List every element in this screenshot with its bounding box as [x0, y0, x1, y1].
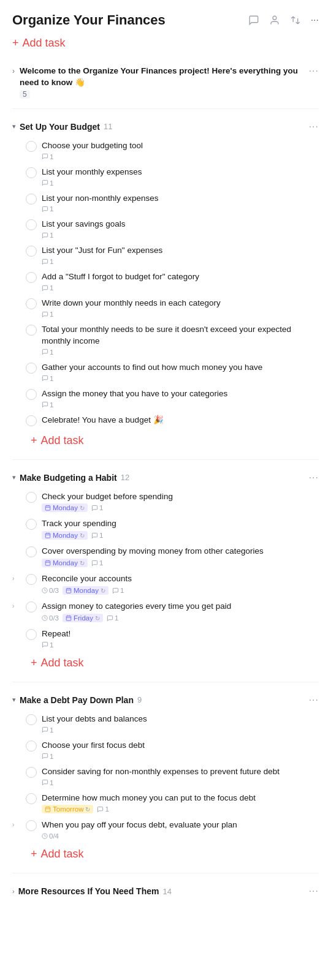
comment-icon[interactable]	[248, 15, 259, 26]
task-name: Write down your monthly needs in each ca…	[42, 298, 319, 309]
task-checkbox-t7[interactable]	[26, 298, 37, 309]
task-meta: Monday ↻ 1	[42, 531, 319, 540]
task-list-budget: Choose your budgeting tool 1 List your m…	[0, 137, 331, 454]
task-item: Track your spending Monday ↻ 1	[12, 515, 319, 543]
task-expand-t16[interactable]: ›	[12, 603, 21, 609]
welcome-more-icon[interactable]: ···	[309, 66, 319, 77]
comment-meta: 1	[42, 726, 53, 734]
task-checkbox-t21[interactable]	[26, 793, 37, 804]
welcome-chevron-icon[interactable]: ›	[12, 67, 15, 75]
due-date-tomorrow: Tomorrow ↻	[42, 805, 93, 813]
task-checkbox-t8[interactable]	[26, 325, 37, 336]
task-item: Write down your monthly needs in each ca…	[12, 295, 319, 321]
task-meta: 0/3 Monday ↻ 1	[42, 586, 319, 595]
subtask-meta: 0/3	[42, 614, 59, 622]
task-checkbox-t22[interactable]	[26, 820, 37, 831]
comment-meta: 1	[91, 532, 103, 539]
subtask-meta: 0/4	[42, 832, 59, 840]
task-body: Reconcile your accounts 0/3 Monday ↻ 1	[42, 573, 319, 595]
section-more-habit[interactable]: ···	[309, 472, 319, 483]
subtask-meta: 0/3	[42, 587, 59, 594]
more-options-icon[interactable]: ···	[311, 15, 319, 26]
task-item: List your savings goals 1	[12, 216, 319, 242]
comment-meta: 1	[42, 349, 53, 356]
due-date-friday: Friday ↻	[63, 614, 103, 622]
task-item: Choose your budgeting tool 1	[12, 137, 319, 164]
section-budgeting-habit: ▾ Make Budgeting a Habit 12 ··· Check yo…	[0, 465, 331, 677]
add-task-top-button[interactable]: + Add task	[0, 33, 331, 59]
repeat-icon: ↻	[95, 615, 100, 622]
task-body: Add a "Stuff I forgot to budget for" cat…	[42, 271, 319, 292]
task-name: List your savings goals	[42, 219, 319, 230]
task-checkbox-t17[interactable]	[26, 629, 37, 640]
comment-meta: 1	[91, 504, 103, 511]
section-debt-plan: ▾ Make a Debt Pay Down Plan 9 ··· List y…	[0, 687, 331, 868]
task-item: Consider saving for non-monthly expenses…	[12, 763, 319, 790]
section-title-debt: Make a Debt Pay Down Plan	[20, 695, 134, 705]
comment-meta: 1	[42, 284, 53, 292]
add-task-habit[interactable]: + Add task	[12, 652, 319, 677]
task-expand-t22[interactable]: ›	[12, 821, 21, 828]
add-task-debt[interactable]: + Add task	[12, 843, 319, 868]
task-meta: 1	[42, 311, 319, 318]
person-icon[interactable]	[269, 15, 280, 26]
comment-meta: 1	[42, 179, 53, 187]
task-checkbox-t19[interactable]	[26, 741, 37, 752]
svg-point-0	[273, 16, 276, 20]
task-item: Assign the money that you have to your c…	[12, 385, 319, 412]
task-checkbox-t1[interactable]	[26, 141, 37, 152]
comment-meta: 1	[107, 614, 118, 622]
add-task-budget[interactable]: + Add task	[12, 429, 319, 454]
comment-meta: 1	[97, 805, 108, 813]
task-checkbox-t4[interactable]	[26, 219, 37, 230]
task-item: List your "Just for Fun" expenses 1	[12, 242, 319, 268]
task-item: Check your budget before spending Monday…	[12, 488, 319, 516]
task-name: List your non-monthly expenses	[42, 193, 319, 205]
welcome-badge: 5	[20, 90, 30, 99]
section-count-debt: 9	[137, 695, 142, 704]
task-checkbox-t13[interactable]	[26, 519, 37, 530]
task-checkbox-t20[interactable]	[26, 767, 37, 778]
task-checkbox-t9[interactable]	[26, 363, 37, 374]
task-checkbox-t18[interactable]	[26, 714, 37, 725]
task-checkbox-t5[interactable]	[26, 246, 37, 257]
task-checkbox-t10[interactable]	[26, 389, 37, 400]
section-count-habit: 12	[121, 473, 129, 482]
section-title-wrap: ▾ Make Budgeting a Habit 12	[12, 473, 129, 483]
task-checkbox-t2[interactable]	[26, 167, 37, 178]
task-body: Consider saving for non-monthly expenses…	[42, 766, 319, 786]
section-chevron-budget[interactable]: ▾	[12, 123, 16, 130]
task-meta: 1	[42, 641, 319, 649]
section-chevron-resources[interactable]: ›	[12, 888, 15, 895]
section-title-budget: Set Up Your Budget	[20, 122, 100, 132]
task-name: Assign money to categories every time yo…	[42, 601, 319, 612]
task-meta: 1	[42, 726, 319, 734]
task-body: Determine how much money you can put to …	[42, 793, 319, 814]
section-more-budget[interactable]: ···	[309, 121, 319, 132]
task-checkbox-t12[interactable]	[26, 492, 37, 503]
task-expand-t15[interactable]: ›	[12, 575, 21, 582]
section-chevron-debt[interactable]: ▾	[12, 696, 16, 704]
task-checkbox-t16[interactable]	[26, 601, 37, 612]
task-checkbox-t15[interactable]	[26, 574, 37, 585]
task-meta: 1	[42, 179, 319, 187]
task-meta: Monday ↻ 1	[42, 559, 319, 567]
sort-icon[interactable]	[290, 15, 301, 26]
plus-icon: +	[31, 657, 37, 669]
task-checkbox-t11[interactable]	[26, 415, 37, 426]
task-checkbox-t6[interactable]	[26, 272, 37, 283]
task-item: › Assign money to categories every time …	[12, 598, 319, 625]
section-more-resources-icon[interactable]: ···	[309, 886, 319, 897]
welcome-content: Welcome to the Organize Your Finances pr…	[20, 66, 309, 99]
section-more-debt[interactable]: ···	[309, 695, 319, 706]
header: Organize Your Finances ··· + Add task	[0, 0, 331, 59]
task-checkbox-t3[interactable]	[26, 194, 37, 205]
task-checkbox-t14[interactable]	[26, 546, 37, 557]
task-body: Assign the money that you have to your c…	[42, 388, 319, 409]
task-meta: 1	[42, 284, 319, 292]
task-body: When you pay off your focus debt, evalua…	[42, 820, 319, 840]
section-chevron-habit[interactable]: ▾	[12, 473, 16, 481]
section-title-resources: More Resources If You Need Them	[18, 886, 159, 896]
task-body: Choose your budgeting tool 1	[42, 140, 319, 160]
task-name: Total your monthly needs to be sure it d…	[42, 324, 319, 347]
